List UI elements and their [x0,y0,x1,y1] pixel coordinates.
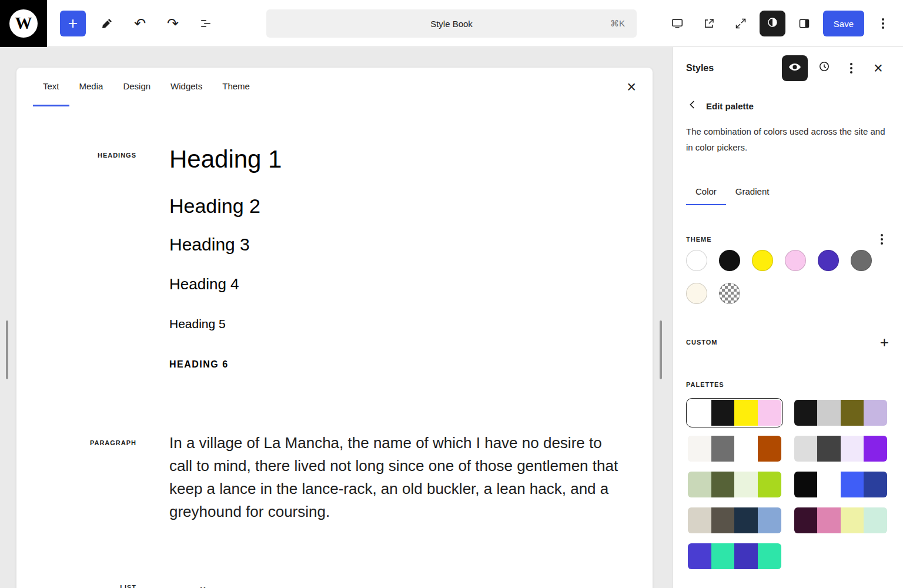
close-style-book-icon[interactable]: × [627,79,636,95]
command-palette-label: Style Book [430,19,473,29]
theme-color-swatch[interactable] [686,250,707,271]
settings-sidebar-toggle[interactable] [791,11,817,36]
tab-theme[interactable]: Theme [212,68,260,106]
theme-color-swatch[interactable] [686,283,707,304]
undo-button[interactable]: ↶ [127,11,153,36]
tab-media[interactable]: Media [69,68,113,106]
list-view-button[interactable] [193,11,219,36]
palette-description: The combination of colors used across th… [686,123,889,155]
plus-icon: + [68,14,78,33]
palette-option[interactable] [686,470,783,499]
block-inserter-button[interactable]: + [60,11,86,36]
device-preview-button[interactable] [664,11,690,36]
palette-option[interactable] [792,398,889,427]
command-shortcut: ⌘K [610,18,625,29]
list-section: LIST Alice. [16,582,653,588]
theme-color-swatch[interactable] [818,250,839,271]
resize-handle-right[interactable] [660,320,662,379]
style-book-tabs: Text Media Design Widgets Theme × [16,68,653,106]
eye-icon [788,60,802,76]
expand-icon [734,16,748,31]
options-menu-button[interactable] [870,11,896,36]
list-view-icon [199,16,213,31]
styles-button[interactable] [760,11,785,36]
paragraph-sample[interactable]: In a village of La Mancha, the name of w… [169,432,622,523]
heading-5-sample[interactable]: Heading 5 [169,316,653,332]
close-sidebar-button[interactable]: × [868,58,889,79]
palette-option[interactable] [686,398,783,427]
palette-option[interactable] [792,434,889,463]
tab-design[interactable]: Design [113,68,160,106]
style-book-toggle-button[interactable] [782,55,808,81]
theme-options-button[interactable] [875,232,889,246]
contrast-styles-icon [765,15,780,32]
kebab-menu-icon [881,234,883,245]
sidebar-panel-icon [797,16,811,31]
heading-2-sample[interactable]: Heading 2 [169,193,653,218]
edit-palette-back[interactable]: Edit palette [686,98,889,114]
list-label: LIST [16,582,136,588]
save-button[interactable]: Save [823,11,864,36]
view-site-button[interactable] [696,11,722,36]
heading-6-sample[interactable]: Heading 6 [169,359,653,370]
revisions-button[interactable] [814,58,835,79]
headings-section: HEADINGS Heading 1 Heading 2 Heading 3 H… [16,144,653,370]
tab-widgets[interactable]: Widgets [160,68,212,106]
resize-handle-left[interactable] [6,320,8,379]
external-link-icon [702,16,716,31]
theme-color-swatch[interactable] [719,250,740,271]
style-book-canvas: Text Media Design Widgets Theme × HEADIN… [0,47,673,588]
styles-options-button[interactable] [841,58,862,79]
theme-color-swatches [686,250,872,304]
redo-icon: ↷ [167,15,179,32]
theme-section-label: THEME [686,236,712,243]
heading-3-sample[interactable]: Heading 3 [169,233,653,256]
fullscreen-button[interactable] [728,11,754,36]
styles-sidebar: Styles × Edit pale [673,47,903,588]
theme-color-swatch[interactable] [851,250,872,271]
edit-tool-button[interactable] [94,11,120,36]
palettes-grid [686,398,889,571]
paragraph-section: PARAGRAPH In a village of La Mancha, the… [16,432,653,523]
transparency-color-swatch[interactable] [719,283,740,304]
palette-option[interactable] [792,470,889,499]
tab-text[interactable]: Text [33,68,69,106]
kebab-menu-icon [850,63,852,74]
palette-tabs: Color Gradient [686,179,889,205]
sample-list[interactable]: Alice. [169,582,653,588]
headings-samples[interactable]: Heading 1 Heading 2 Heading 3 Heading 4 … [169,144,653,370]
palette-option[interactable] [792,506,889,535]
kebab-menu-icon [882,18,884,29]
sidebar-title: Styles [686,63,776,74]
paragraph-label: PARAGRAPH [16,432,136,523]
list-item-sample: Alice. [189,582,653,588]
command-palette[interactable]: Style Book ⌘K [266,9,637,38]
style-book-card: Text Media Design Widgets Theme × HEADIN… [16,68,653,588]
editor-topbar: W + ↶ ↷ Style Book ⌘K [0,0,903,47]
edit-palette-title: Edit palette [706,101,754,111]
wordpress-logo[interactable]: W [0,0,47,47]
palette-option[interactable] [686,506,783,535]
headings-label: HEADINGS [16,144,136,370]
custom-section-label: CUSTOM [686,339,717,346]
palette-option[interactable] [686,434,783,463]
chevron-left-icon [686,98,699,113]
tab-color[interactable]: Color [686,179,726,205]
tab-gradient[interactable]: Gradient [726,179,779,205]
add-custom-color-button[interactable]: + [880,335,889,350]
pencil-icon [100,16,114,31]
wordpress-w-icon: W [9,9,38,38]
redo-button[interactable]: ↷ [160,11,186,36]
theme-color-swatch[interactable] [752,250,773,271]
palettes-section-label: PALETTES [686,381,724,388]
palette-option[interactable] [686,542,783,571]
theme-color-swatch[interactable] [785,250,806,271]
history-clock-icon [817,59,831,77]
heading-4-sample[interactable]: Heading 4 [169,275,653,293]
heading-1-sample[interactable]: Heading 1 [169,144,653,175]
desktop-icon [670,16,684,31]
undo-icon: ↶ [134,15,146,32]
